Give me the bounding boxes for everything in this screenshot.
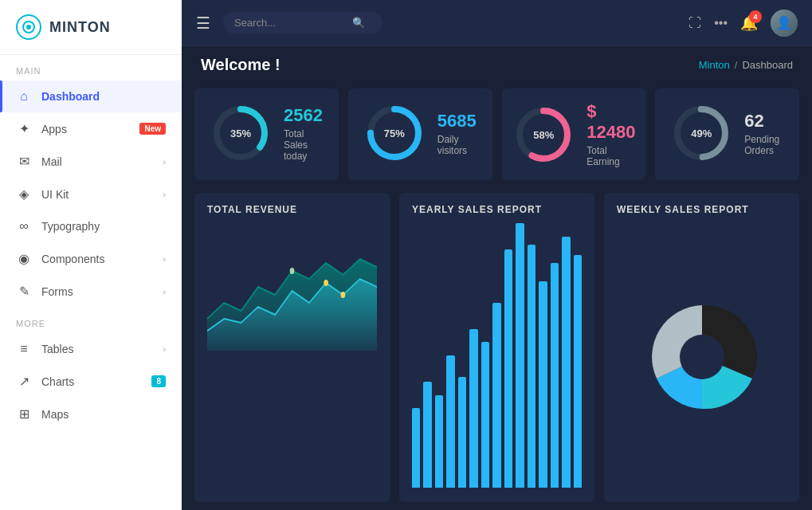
- logo-icon: [16, 14, 41, 40]
- pie-chart-wrap: [617, 223, 787, 491]
- chevron-right-icon: ›: [163, 254, 166, 264]
- hamburger-icon[interactable]: ☰: [196, 14, 210, 33]
- sidebar-item-label: Maps: [41, 408, 166, 421]
- bar-item: [458, 377, 466, 488]
- breadcrumb-bar: Welcome ! Minton / Dashboard: [182, 46, 812, 80]
- apps-icon: ✦: [16, 121, 32, 136]
- section-main-label: Main: [0, 55, 182, 80]
- bar-item: [446, 355, 454, 488]
- donut-chart-total-sales: 35%: [209, 101, 273, 165]
- sidebar-item-typography[interactable]: ∞ Typography: [0, 210, 182, 242]
- sidebar-item-label: Tables: [41, 343, 153, 355]
- topbar: ☰ 🔍 ⛶ ••• 🔔 4 👤: [182, 0, 812, 46]
- donut-chart-pending-orders: 49%: [669, 101, 733, 165]
- stats-row: 35% 2562 Total Sales today 75%: [182, 80, 812, 188]
- search-bar: 🔍: [223, 12, 382, 33]
- breadcrumb-link[interactable]: Minton: [699, 59, 730, 71]
- stat-desc: Total Sales today: [284, 128, 324, 162]
- area-chart-svg: [207, 223, 377, 351]
- tables-icon: ≡: [16, 342, 32, 356]
- bar-item: [492, 303, 500, 488]
- bar-item: [539, 281, 547, 488]
- forms-icon: ✎: [16, 284, 32, 299]
- sidebar-logo: MINTON: [0, 0, 182, 55]
- sidebar-item-label: Charts: [41, 375, 137, 388]
- sidebar-item-label: Mail: [41, 155, 153, 168]
- user-avatar[interactable]: 👤: [771, 10, 798, 37]
- stat-value: 12480: [586, 122, 635, 143]
- charts-badge: 8: [151, 375, 166, 387]
- bar-item: [412, 408, 420, 488]
- stat-info-daily-visitors: 5685 Daily visitors: [437, 111, 478, 156]
- charts-row: TOTAL REVENUE: [182, 188, 812, 510]
- bar-item: [435, 395, 443, 488]
- bar-item: [551, 263, 559, 488]
- donut-label: 35%: [230, 128, 251, 139]
- donut-chart-daily-visitors: 75%: [363, 101, 426, 165]
- stat-card-total-sales: 35% 2562 Total Sales today: [194, 88, 339, 180]
- stat-card-total-earning: 58% $ 12480 Total Earning: [502, 88, 646, 180]
- chart-title: WEEKLY SALES REPORT: [617, 204, 787, 215]
- uikit-icon: ◈: [16, 186, 32, 202]
- avatar-image: 👤: [771, 10, 798, 37]
- chevron-right-icon: ›: [163, 157, 166, 167]
- breadcrumb-current: Dashboard: [742, 59, 793, 71]
- sidebar-item-tables[interactable]: ≡ Tables ›: [0, 333, 182, 365]
- chart-yearly-sales: YEARLY SALES REPORT: [399, 193, 594, 502]
- donut-label: 58%: [533, 128, 554, 140]
- sidebar-item-label: Dashboard: [41, 90, 166, 103]
- stat-info-pending-orders: 62 Pending Orders: [744, 111, 785, 156]
- stat-desc: Daily visitors: [437, 134, 478, 156]
- sidebar-item-label: Forms: [41, 285, 153, 298]
- sidebar-item-mail[interactable]: ✉ Mail ›: [0, 145, 182, 178]
- logo-text: MINTON: [49, 19, 111, 36]
- pie-chart-svg: [634, 293, 770, 421]
- bar-chart-container: [412, 223, 582, 491]
- topbar-actions: ⛶ ••• 🔔 4 👤: [688, 10, 798, 37]
- svg-point-10: [290, 268, 295, 274]
- stat-info-total-sales: 2562 Total Sales today: [284, 105, 324, 162]
- search-input[interactable]: [234, 17, 346, 29]
- section-more-label: More: [0, 308, 182, 333]
- components-icon: ◉: [16, 251, 32, 266]
- sidebar-item-label: Apps: [41, 123, 125, 135]
- sidebar: MINTON Main ⌂ Dashboard ✦ Apps New ✉ Mai…: [0, 0, 182, 510]
- sidebar-item-uikit[interactable]: ◈ UI Kit ›: [0, 178, 182, 210]
- donut-chart-total-earning: 58%: [512, 103, 575, 167]
- stat-value: 62: [744, 111, 763, 131]
- breadcrumb-separator: /: [735, 59, 738, 71]
- stat-info-total-earning: $ 12480 Total Earning: [586, 101, 635, 167]
- chart-total-revenue: TOTAL REVENUE: [194, 193, 390, 502]
- sidebar-item-apps[interactable]: ✦ Apps New: [0, 112, 182, 145]
- sidebar-item-charts[interactable]: ↗ Charts 8: [0, 365, 182, 398]
- sidebar-item-label: UI Kit: [41, 188, 153, 201]
- search-icon: 🔍: [352, 17, 365, 29]
- fullscreen-button[interactable]: ⛶: [688, 16, 701, 30]
- svg-point-13: [680, 335, 724, 379]
- stat-card-pending-orders: 49% 62 Pending Orders: [655, 88, 799, 180]
- sidebar-item-label: Components: [41, 253, 153, 265]
- more-options-button[interactable]: •••: [714, 16, 728, 30]
- svg-point-11: [324, 280, 328, 286]
- maps-icon: ⊞: [16, 406, 32, 422]
- svg-point-1: [26, 25, 31, 29]
- notification-button[interactable]: 🔔 4: [740, 14, 758, 32]
- charts-icon: ↗: [16, 374, 32, 389]
- bar-item: [504, 249, 512, 488]
- chart-weekly-sales: WEEKLY SALES REPORT: [604, 193, 799, 502]
- chevron-right-icon: ›: [163, 190, 166, 199]
- stat-desc: Total Earning: [586, 145, 635, 167]
- chevron-right-icon: ›: [163, 344, 166, 354]
- sidebar-item-components[interactable]: ◉ Components ›: [0, 242, 182, 275]
- sidebar-item-maps[interactable]: ⊞ Maps: [0, 398, 182, 430]
- stat-value: 5685: [437, 111, 477, 131]
- bar-item: [574, 255, 582, 488]
- bar-item: [562, 237, 570, 488]
- donut-label: 49%: [691, 128, 712, 139]
- sidebar-item-forms[interactable]: ✎ Forms ›: [0, 275, 182, 308]
- dashboard-icon: ⌂: [16, 89, 32, 104]
- bar-item: [469, 329, 477, 488]
- stat-card-daily-visitors: 75% 5685 Daily visitors: [348, 88, 492, 180]
- bar-item: [516, 223, 524, 488]
- sidebar-item-dashboard[interactable]: ⌂ Dashboard: [0, 80, 182, 112]
